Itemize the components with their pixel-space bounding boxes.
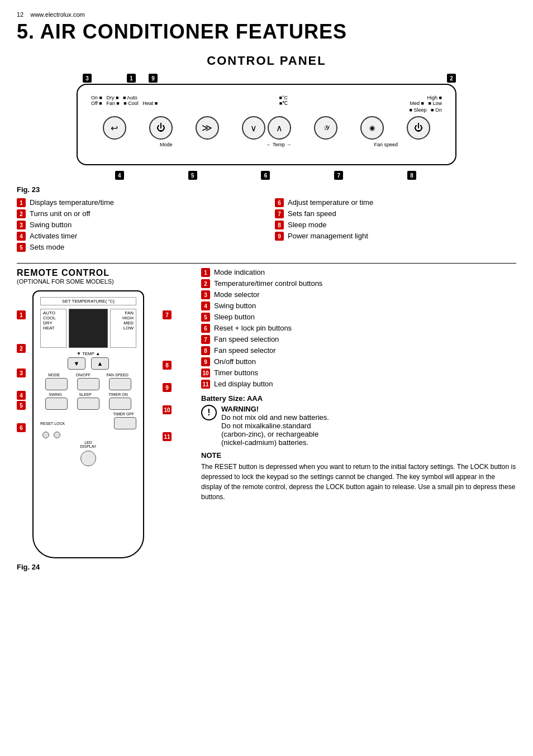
cp-mode-btn[interactable]: ≫ <box>196 116 219 140</box>
cp-right-indicators: High ■ Med ■ ■ Low ■ Sleep ■ On <box>410 95 442 113</box>
fan-speed-high: HIGH <box>113 315 134 320</box>
remote-reset-lock-label: RESET LOCK <box>40 422 65 425</box>
cp-feature-1: 1Displays temperature/time <box>17 198 258 207</box>
cp-feature-4: 4Activates timer <box>17 232 258 241</box>
cp-left-indicators: On ■ Dry ■ ■ Auto Off ■ Fan ■ ■ Cool Hea… <box>91 95 158 113</box>
remote-temp-label: ▼ TEMP ▲ <box>40 351 136 356</box>
remote-led-btn-row <box>40 449 136 466</box>
rc-feature-4: 4Swing button <box>201 302 516 310</box>
mode-cool: COOL <box>43 315 64 320</box>
cp-power-btn[interactable]: ⏻ <box>149 116 173 140</box>
note-text: The RESET button is depressed when you w… <box>201 462 516 502</box>
warning-title: WARNING! <box>221 405 329 413</box>
fan-speed-fan: FAN <box>113 310 134 315</box>
mode-heat: HEAT <box>43 326 64 331</box>
remote-right-col: 1Mode indication 2Temperature/timer cont… <box>201 268 516 576</box>
mode-auto: AUTO <box>43 310 64 315</box>
remote-timeroff-label: TIMER OFF <box>113 412 134 416</box>
remote-timeroff-btn[interactable] <box>114 417 136 429</box>
cp-center-indicators: ■°C ■℃ <box>279 95 288 113</box>
remote-lock-pin[interactable] <box>54 432 60 438</box>
mode-dry: DRY <box>43 320 64 326</box>
cp-features-right: 6Adjust temperature or time 7Sets fan sp… <box>275 198 516 254</box>
remote-onoff-btn[interactable] <box>77 378 99 390</box>
remote-sleep-btn[interactable] <box>77 398 99 410</box>
cp-feature-3: 3Swing button <box>17 221 258 229</box>
website-url: www.electrolux.com <box>30 11 84 18</box>
page-number: 12 <box>17 11 23 18</box>
remote-led-label: LEDDISPLAY <box>40 441 136 448</box>
cp-label-temp: ← Temp → <box>266 142 292 147</box>
remote-top-row: AUTO COOL DRY HEAT FAN HIGH MED LOW <box>40 309 136 348</box>
top-num-2: 2 <box>447 74 458 83</box>
remote-reset-lock-row: RESET LOCK <box>40 417 136 429</box>
remote-left-labels: 1 2 3 4 5 6 <box>17 290 27 432</box>
remote-row1-buttons <box>40 378 136 390</box>
rc-feature-7: 7Fan speed selection <box>201 335 516 344</box>
bottom-numbers-row: 4 5 6 7 8 <box>17 171 516 180</box>
cp-feature-2: 2Turns unit on or off <box>17 209 258 218</box>
cp-feature-8: 8Sleep mode <box>275 221 516 229</box>
cp-label-mode: Mode <box>160 142 173 147</box>
cp-temp-down-btn[interactable]: ∨ <box>242 116 265 140</box>
remote-set-temp-label: SET TEMPERATURE( °C) <box>40 297 136 305</box>
battery-section: Battery Size: AAA ! WARNING! Do not mix … <box>201 394 516 447</box>
top-num-3: 3 <box>83 74 93 83</box>
cp-features: 1Displays temperature/time 2Turns unit o… <box>17 198 516 254</box>
remote-fanspeed-btn[interactable] <box>109 378 131 390</box>
cp-temp-up-btn[interactable]: ∧ <box>268 116 291 140</box>
cp-label-fanspeed: Fan speed <box>374 142 398 147</box>
remote-optional: (OPTIONAL FOR SOME MODELS) <box>17 278 184 285</box>
top-numbers-row: 3 1 9 2 <box>17 74 516 83</box>
warning-content: WARNING! Do not mix old and new batterie… <box>221 405 329 447</box>
cp-features-left: 1Displays temperature/time 2Turns unit o… <box>17 198 258 254</box>
remote-section-title: REMOTE CONTROL <box>17 268 184 278</box>
cp-fan-speed-btn[interactable]: 𝒴 <box>314 116 337 140</box>
remote-temp-down-btn[interactable]: ▼ <box>68 357 85 370</box>
remote-section: REMOTE CONTROL (OPTIONAL FOR SOME MODELS… <box>17 268 516 576</box>
remote-timeron-btn[interactable] <box>109 398 131 410</box>
top-num-9: 9 <box>149 74 159 83</box>
rc-feature-5: 5Sleep button <box>201 313 516 322</box>
cp-feature-7: 7Sets fan speed <box>275 209 516 218</box>
rc-feature-3: 3Mode selector <box>201 290 516 299</box>
battery-title: Battery Size: AAA <box>201 394 516 403</box>
warning-line-2: Do not mixalkaline.standard <box>221 422 329 430</box>
remote-temp-buttons: ▼ ▲ <box>40 357 136 370</box>
cp-temp-btns: ∨ ∧ <box>242 116 291 140</box>
rc-feature-11: 11Led display button <box>201 380 516 389</box>
rc-feature-9: 9On/off button <box>201 357 516 366</box>
fan-speed-med: MED <box>113 320 134 326</box>
note-title: NOTE <box>201 451 516 460</box>
bot-num-7: 7 <box>334 171 345 180</box>
top-num-1: 1 <box>127 74 137 83</box>
remote-timeroff-label-row: TIMER OFF <box>40 412 136 416</box>
divider <box>17 263 516 264</box>
remote-reset-pin[interactable] <box>42 432 49 438</box>
note-section: NOTE The RESET button is depressed when … <box>201 451 516 502</box>
rc-feature-6: 6Reset + lock pin buttons <box>201 324 516 333</box>
fan-speed-low: LOW <box>113 326 134 331</box>
remote-diagram-container: 1 2 3 4 5 6 SET TEMPERATURE( °C) AUTO CO… <box>17 290 173 558</box>
warning-icon: ! <box>201 405 217 420</box>
remote-left-col: REMOTE CONTROL (OPTIONAL FOR SOME MODELS… <box>17 268 184 576</box>
remote-diagram: SET TEMPERATURE( °C) AUTO COOL DRY HEAT … <box>32 290 144 558</box>
remote-right-labels: 7 8 9 10 11 <box>163 290 173 441</box>
remote-modes: AUTO COOL DRY HEAT <box>40 309 66 348</box>
remote-mode-btn[interactable] <box>45 378 68 390</box>
fig-24-label: Fig. 24 <box>17 563 184 571</box>
cp-on-off-btn[interactable]: ⏻ <box>407 116 430 140</box>
fig-23-label: Fig. 23 <box>17 185 516 194</box>
remote-row2-buttons <box>40 398 136 410</box>
remote-features-list: 1Mode indication 2Temperature/timer cont… <box>201 268 516 389</box>
page-title: 5. AIR CONDITIONER FEATURES <box>17 20 516 44</box>
warning-line-4: (nickel-cadmium) batteries. <box>221 438 329 447</box>
remote-led-btn[interactable] <box>80 451 96 466</box>
rc-feature-8: 8Fan speed selector <box>201 346 516 355</box>
cp-swing-btn[interactable]: ↩ <box>103 116 126 140</box>
warning-box: ! WARNING! Do not mix old and new batter… <box>201 405 516 447</box>
cp-sleep-btn[interactable]: ◉ <box>360 116 384 140</box>
remote-temp-up-btn[interactable]: ▲ <box>91 357 109 370</box>
remote-row1-labels: MODEON/OFFFAN SPEED <box>40 373 136 377</box>
remote-swing-btn[interactable] <box>45 398 68 410</box>
